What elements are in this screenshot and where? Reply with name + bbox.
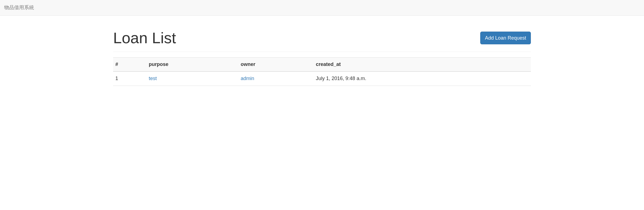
table-header-purpose: purpose xyxy=(147,57,238,71)
navbar-brand[interactable]: 物品借用系統 xyxy=(4,4,34,11)
table-header-created-at: created_at xyxy=(314,57,531,71)
table-header-num: # xyxy=(113,57,147,71)
loan-table: # purpose owner created_at 1 test admin … xyxy=(113,57,531,86)
cell-num: 1 xyxy=(113,71,147,86)
owner-link[interactable]: admin xyxy=(241,76,254,81)
cell-created-at: July 1, 2016, 9:48 a.m. xyxy=(314,71,531,86)
page-title: Loan List xyxy=(113,27,176,49)
purpose-link[interactable]: test xyxy=(149,76,157,81)
table-row: 1 test admin July 1, 2016, 9:48 a.m. xyxy=(113,71,531,86)
table-header-owner: owner xyxy=(238,57,314,71)
add-loan-request-button[interactable]: Add Loan Request xyxy=(480,32,531,44)
cell-purpose: test xyxy=(147,71,238,86)
navbar: 物品借用系統 xyxy=(0,0,644,16)
table-header-row: # purpose owner created_at xyxy=(113,57,531,71)
page-header: Loan List Add Loan Request xyxy=(113,27,531,52)
cell-owner: admin xyxy=(238,71,314,86)
main-container: Loan List Add Loan Request # purpose own… xyxy=(109,27,535,86)
